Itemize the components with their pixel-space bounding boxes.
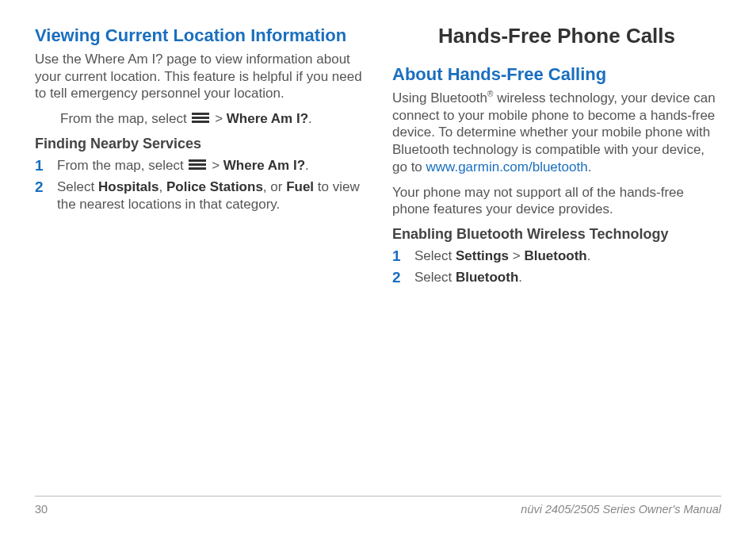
menu-icon xyxy=(192,113,209,124)
page-footer: 30 nüvi 2405/2505 Series Owner's Manual xyxy=(35,496,721,516)
intro-paragraph: Use the Where Am I? page to view informa… xyxy=(35,51,364,102)
ui-label-hospitals: Hospitals xyxy=(98,179,159,194)
ui-label-police: Police Stations xyxy=(166,179,263,194)
paragraph-support: Your phone may not support all of the ha… xyxy=(392,184,721,219)
ui-label-fuel: Fuel xyxy=(286,179,314,194)
chapter-title: Hands-Free Phone Calls xyxy=(392,24,721,48)
text: . xyxy=(588,159,592,174)
text: . xyxy=(305,158,309,173)
step-row: 1 From the map, select > Where Am I?. xyxy=(35,157,364,175)
bluetooth-link[interactable]: www.garmin.com/bluetooth xyxy=(426,159,588,174)
text: Select xyxy=(57,179,98,194)
menu-icon xyxy=(189,159,206,171)
text: > xyxy=(509,248,524,263)
text: Using Bluetooth xyxy=(392,90,487,105)
text: Select xyxy=(414,270,456,285)
text: From the map, select xyxy=(60,111,190,126)
step-text: From the map, select > Where Am I?. xyxy=(57,157,309,175)
ui-label-where-am-i: Where Am I? xyxy=(223,158,305,173)
text: Select xyxy=(414,248,456,263)
text: > xyxy=(212,158,223,173)
step-number: 2 xyxy=(35,178,57,213)
page-number: 30 xyxy=(35,503,48,516)
columns: Viewing Current Location Information Use… xyxy=(35,24,721,480)
text: From the map, select xyxy=(57,158,187,173)
map-instruction: From the map, select > Where Am I?. xyxy=(35,110,364,128)
ui-label-where-am-i: Where Am I? xyxy=(227,111,308,126)
subheading-finding-nearby: Finding Nearby Services xyxy=(35,136,364,152)
manual-page: Viewing Current Location Information Use… xyxy=(0,0,756,533)
step-text: Select Hospitals, Police Stations, or Fu… xyxy=(57,178,364,213)
section-heading-viewing-location: Viewing Current Location Information xyxy=(35,25,364,46)
text: > xyxy=(215,111,227,126)
section-heading-about-handsfree: About Hands-Free Calling xyxy=(392,64,721,85)
paragraph-bluetooth: Using Bluetooth® wireless technology, yo… xyxy=(392,90,721,176)
left-column: Viewing Current Location Information Use… xyxy=(35,24,364,480)
text: . xyxy=(518,270,522,285)
text: , xyxy=(159,179,166,194)
step-row: 1 Select Settings > Bluetooth. xyxy=(392,247,721,266)
manual-title: nüvi 2405/2505 Series Owner's Manual xyxy=(521,503,721,516)
step-number: 1 xyxy=(35,157,57,175)
step-row: 2 Select Hospitals, Police Stations, or … xyxy=(35,178,364,213)
ui-label-bluetooth: Bluetooth xyxy=(456,270,518,285)
text: . xyxy=(587,248,591,263)
ui-label-settings: Settings xyxy=(456,248,509,263)
step-row: 2 Select Bluetooth. xyxy=(392,269,721,287)
step-text: Select Bluetooth. xyxy=(414,269,522,287)
step-number: 1 xyxy=(392,247,414,266)
step-text: Select Settings > Bluetooth. xyxy=(414,247,590,266)
ui-label-bluetooth: Bluetooth xyxy=(524,248,586,263)
step-number: 2 xyxy=(392,269,414,287)
right-column: Hands-Free Phone Calls About Hands-Free … xyxy=(392,24,721,480)
subheading-enabling-bluetooth: Enabling Bluetooth Wireless Technology xyxy=(392,226,721,243)
text: , or xyxy=(263,179,286,194)
text: . xyxy=(308,111,312,126)
